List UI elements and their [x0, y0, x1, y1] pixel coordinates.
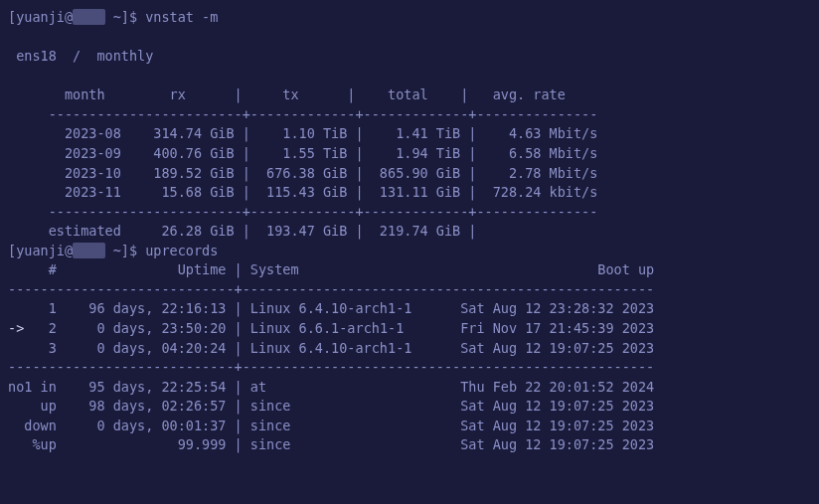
uprecords-summary: up 98 days, 02:26:57 | since Sat Aug 12 … [8, 398, 654, 414]
hostname-blur [73, 243, 105, 258]
uprecords-row: 1 96 days, 22:16:13 | Linux 6.4.10-arch1… [8, 300, 654, 316]
vnstat-estimated: estimated 26.28 GiB | 193.47 GiB | 219.7… [8, 223, 476, 239]
uprecords-row: 3 0 days, 04:20:24 | Linux 6.4.10-arch1-… [8, 340, 654, 356]
blank-line [8, 68, 16, 84]
prompt-prefix: [yuanji@ [8, 9, 73, 25]
blank-line [8, 29, 16, 45]
command-uprecords: uprecords [145, 243, 218, 258]
vnstat-header: month rx | tx | total | avg. rate [8, 86, 566, 102]
uprecords-summary: no1 in 95 days, 22:25:54 | at Thu Feb 22… [8, 379, 654, 395]
command-vnstat: vnstat -m [145, 9, 218, 25]
vnstat-row: 2023-09 400.76 GiB | 1.55 TiB | 1.94 TiB… [8, 145, 597, 161]
vnstat-row: 2023-08 314.74 GiB | 1.10 TiB | 1.41 TiB… [8, 125, 597, 141]
hostname-blur [73, 9, 105, 25]
uprecords-header: # Uptime | System Boot up [8, 261, 654, 277]
prompt-suffix: ~]$ [105, 9, 146, 25]
uprecords-divider: ----------------------------+-----------… [8, 281, 654, 297]
arrow-icon: -> [8, 320, 24, 336]
vnstat-row: 2023-10 189.52 GiB | 676.38 GiB | 865.90… [8, 165, 597, 181]
prompt-line-1: [yuanji@ ~]$ vnstat -m [8, 9, 218, 25]
uprecords-row-current: -> 2 0 days, 23:50:20 | Linux 6.6.1-arch… [8, 320, 654, 336]
vnstat-interface: ens18 / monthly [8, 48, 153, 64]
uprecords-divider: ----------------------------+-----------… [8, 359, 654, 375]
prompt-line-2: [yuanji@ ~]$ uprecords [8, 243, 218, 258]
vnstat-divider: ------------------------+-------------+-… [8, 204, 597, 220]
vnstat-divider: ------------------------+-------------+-… [8, 106, 597, 122]
uprecords-summary: %up 99.999 | since Sat Aug 12 19:07:25 2… [8, 436, 654, 452]
uprecords-summary: down 0 days, 00:01:37 | since Sat Aug 12… [8, 418, 654, 433]
uprecords-row-text: 2 0 days, 23:50:20 | Linux 6.6.1-arch1-1… [24, 320, 654, 336]
vnstat-row: 2023-11 15.68 GiB | 115.43 GiB | 131.11 … [8, 184, 597, 200]
prompt-suffix: ~]$ [105, 243, 146, 258]
prompt-prefix: [yuanji@ [8, 243, 73, 258]
